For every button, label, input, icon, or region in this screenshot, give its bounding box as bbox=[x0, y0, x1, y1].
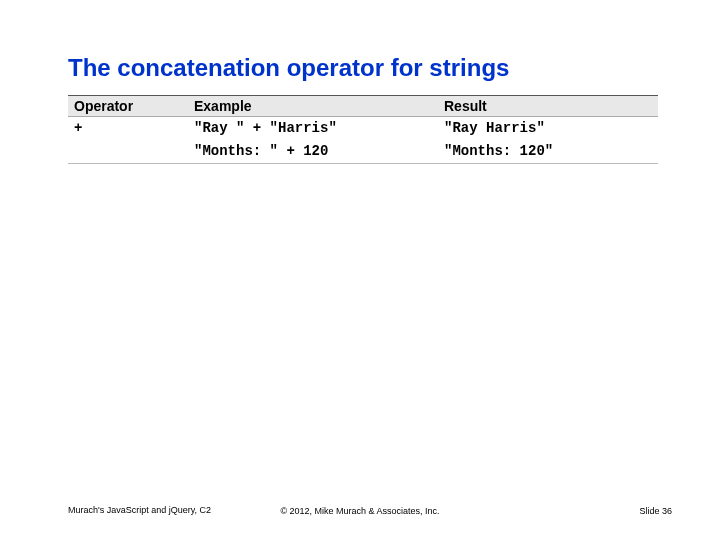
footer-right: Slide 36 bbox=[639, 506, 672, 516]
cell-result: "Ray Harris" bbox=[438, 117, 658, 140]
concat-table: Operator Example Result + "Ray " + "Harr… bbox=[68, 95, 658, 164]
header-operator: Operator bbox=[68, 96, 188, 117]
header-example: Example bbox=[188, 96, 438, 117]
header-result: Result bbox=[438, 96, 658, 117]
footer-center: © 2012, Mike Murach & Associates, Inc. bbox=[0, 506, 720, 516]
table-header-row: Operator Example Result bbox=[68, 96, 658, 117]
table-row: "Months: " + 120 "Months: 120" bbox=[68, 140, 658, 163]
cell-operator bbox=[68, 140, 188, 163]
page-title: The concatenation operator for strings bbox=[68, 54, 509, 82]
cell-operator: + bbox=[68, 117, 188, 140]
slide: The concatenation operator for strings O… bbox=[0, 0, 720, 540]
cell-example: "Ray " + "Harris" bbox=[188, 117, 438, 140]
table-row: + "Ray " + "Harris" "Ray Harris" bbox=[68, 117, 658, 140]
cell-result: "Months: 120" bbox=[438, 140, 658, 163]
cell-example: "Months: " + 120 bbox=[188, 140, 438, 163]
